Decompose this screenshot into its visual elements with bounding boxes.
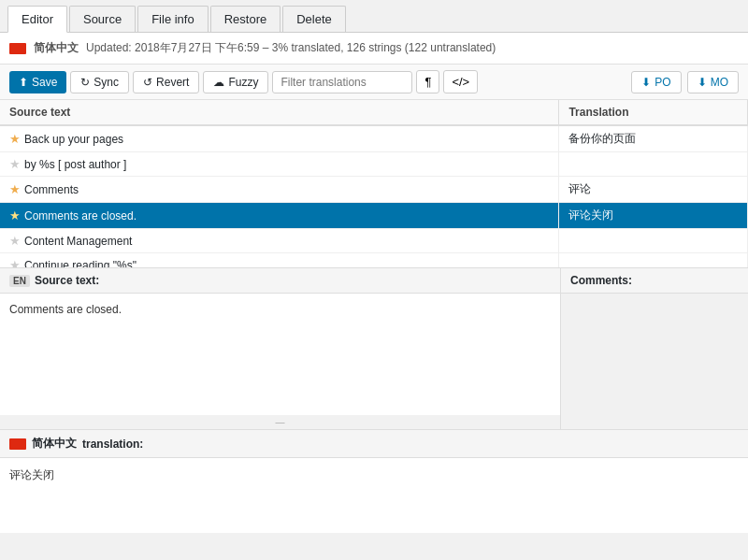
meta-info: Updated: 2018年7月27日 下午6:59 – 3% translat… [86,40,496,56]
revert-label: Revert [156,76,189,89]
paragraph-icon-button[interactable]: ¶ [416,70,439,93]
table-row[interactable]: ★by %s [ post author ] [0,152,748,177]
source-cell: ★Comments [0,177,559,203]
star-icon[interactable]: ★ [9,132,21,146]
star-icon[interactable]: ★ [9,208,21,223]
top-tab-bar: Editor Source File info Restore Delete [0,0,748,33]
download-mo-button[interactable]: ⬇ MO [687,71,739,93]
source-cell: ★Back up your pages [0,125,559,152]
star-icon[interactable]: ★ [9,182,21,196]
star-icon[interactable]: ★ [9,157,21,171]
tab-file-info[interactable]: File info [137,6,209,32]
download-mo-icon: ⬇ [698,76,707,89]
col-source-header: Source text [0,100,559,125]
translation-cell [559,229,748,253]
source-cell: ★by %s [ post author ] [0,152,559,177]
comments-panel: Comments: [561,268,748,429]
cloud-icon: ☁ [213,76,224,89]
download-buttons: ⬇ PO ⬇ MO [631,71,739,93]
translation-section: 简体中文 translation: [0,429,748,536]
table-row[interactable]: ★Comments评论 [0,177,748,203]
revert-icon: ↺ [143,76,152,89]
translation-cell [559,253,748,269]
table-row[interactable]: ★Back up your pages备份你的页面 [0,125,748,152]
download-icon: ⬇ [641,76,651,89]
translation-header: 简体中文 translation: [0,430,748,458]
source-cell: ★Content Management [0,229,559,253]
meta-bar: 简体中文 Updated: 2018年7月27日 下午6:59 – 3% tra… [0,33,748,65]
save-button[interactable]: ⬆ Save [9,71,66,93]
translation-textarea[interactable] [0,458,748,533]
tab-editor[interactable]: Editor [7,6,67,33]
filter-input[interactable] [272,71,412,93]
translation-cell: 评论 [559,177,748,203]
tab-source[interactable]: Source [69,6,136,32]
source-panel: EN Source text: Comments are closed. — [0,268,561,429]
col-translation-header: Translation [559,100,748,125]
translation-cell [559,152,748,177]
bottom-panels: EN Source text: Comments are closed. — C… [0,268,748,429]
fuzzy-label: Fuzzy [228,76,258,89]
tab-restore[interactable]: Restore [210,6,281,32]
comments-panel-header: Comments: [561,268,748,294]
translation-table-wrapper: Source text Translation ★Back up your pa… [0,100,748,268]
scrollbar-hint: — [0,415,560,429]
sync-label: Sync [94,76,119,89]
comments-panel-title: Comments: [570,274,632,287]
table-row[interactable]: ★Content Management [0,229,748,253]
translation-table: Source text Translation ★Back up your pa… [0,100,748,268]
translation-cell: 备份你的页面 [559,125,748,152]
star-icon[interactable]: ★ [9,258,21,268]
sync-icon: ↻ [80,76,90,89]
editor-toolbar: ⬆ Save ↻ Sync ↺ Revert ☁ Fuzzy ¶ </> ⬇ P… [0,65,748,100]
table-row[interactable]: ★Comments are closed.评论关闭 [0,203,748,229]
language-name: 简体中文 [34,40,79,56]
table-row[interactable]: ★Continue reading "%s" [0,253,748,269]
po-label: PO [654,76,670,89]
translation-language: 简体中文 [32,436,77,452]
translation-header-suffix: translation: [82,438,143,451]
source-cell: ★Comments are closed. [0,203,559,229]
save-icon: ⬆ [19,76,28,89]
source-text-content: Comments are closed. [0,294,560,415]
star-icon[interactable]: ★ [9,234,21,248]
mo-label: MO [711,76,728,89]
sync-button[interactable]: ↻ Sync [70,71,129,93]
save-label: Save [32,76,57,89]
source-panel-header: EN Source text: [0,268,560,294]
source-panel-title: Source text: [35,274,99,287]
fuzzy-button[interactable]: ☁ Fuzzy [203,71,268,93]
tab-delete[interactable]: Delete [282,6,346,32]
flag-cn-translation [9,438,26,450]
translation-cell: 评论关闭 [559,203,748,229]
flag-china-icon [9,43,26,54]
source-cell: ★Continue reading "%s" [0,253,559,269]
code-icon-button[interactable]: </> [443,70,478,93]
en-badge: EN [9,275,30,287]
download-po-button[interactable]: ⬇ PO [631,71,681,93]
revert-button[interactable]: ↺ Revert [133,71,199,93]
